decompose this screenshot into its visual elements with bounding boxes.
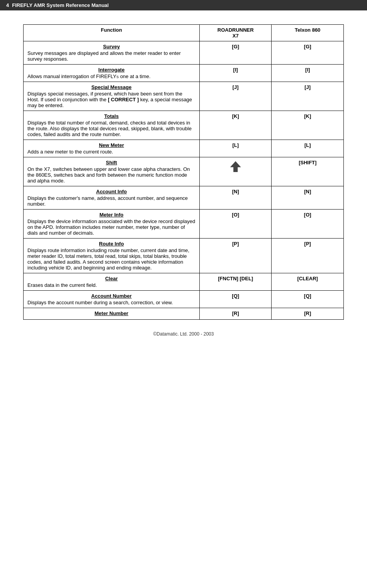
page-title: FIREFLY AMR System Reference Manual bbox=[12, 2, 109, 8]
table-row: Meter Number[R][R] bbox=[24, 308, 344, 320]
x7-key-cell: [Q] bbox=[199, 291, 272, 308]
function-title: Account Info bbox=[27, 189, 195, 194]
telxon-key-cell: [K] bbox=[272, 111, 344, 140]
function-cell: Route InfoDisplays route information inc… bbox=[24, 239, 200, 273]
function-title: Clear bbox=[27, 276, 195, 281]
function-title: Account Number bbox=[27, 293, 195, 299]
function-body: Displays special messages, if present, w… bbox=[27, 91, 192, 108]
col-header-x7: ROADRUNNERX7 bbox=[199, 25, 272, 41]
table-row: ClearErases data in the current field.[F… bbox=[24, 273, 344, 291]
function-title: Route Info bbox=[27, 241, 195, 247]
function-title: Shift bbox=[27, 160, 195, 165]
x7-key-cell: [G] bbox=[199, 41, 272, 65]
x7-key-value: [L] bbox=[232, 142, 239, 148]
page-header: 4 FIREFLY AMR System Reference Manual bbox=[0, 0, 367, 10]
x7-key-value: [K] bbox=[232, 113, 239, 119]
function-table: Function ROADRUNNERX7 Telxon 860 SurveyS… bbox=[23, 24, 344, 320]
function-cell: InterrogateAllows manual interrogation o… bbox=[24, 65, 200, 82]
function-cell: New MeterAdds a new meter to the current… bbox=[24, 140, 200, 157]
function-cell: Meter InfoDisplays the device informatio… bbox=[24, 210, 200, 239]
function-body: Survey messages are displayed and allows… bbox=[27, 50, 181, 62]
function-title: Meter Number bbox=[27, 310, 195, 316]
function-cell: SurveySurvey messages are displayed and … bbox=[24, 41, 200, 65]
telxon-key-value: [P] bbox=[304, 241, 311, 247]
function-title: Special Message bbox=[27, 84, 195, 90]
x7-key-cell: [L] bbox=[199, 140, 272, 157]
function-body: Erases data in the current field. bbox=[27, 282, 97, 288]
table-row: TotalsDisplays the total number of norma… bbox=[24, 111, 344, 140]
telxon-key-value: [SHIFT] bbox=[299, 160, 316, 165]
function-cell: Account InfoDisplays the customer's name… bbox=[24, 186, 200, 210]
shift-icon bbox=[230, 161, 241, 172]
telxon-key-value: [O] bbox=[304, 212, 311, 218]
telxon-key-cell: [P] bbox=[272, 239, 344, 273]
telxon-key-cell: [I] bbox=[272, 65, 344, 82]
x7-key-value: [N] bbox=[232, 189, 239, 194]
page-content: Function ROADRUNNERX7 Telxon 860 SurveyS… bbox=[0, 10, 367, 360]
x7-key-value: [Q] bbox=[232, 293, 239, 299]
telxon-key-value: [R] bbox=[304, 310, 311, 316]
x7-key-value: [R] bbox=[232, 310, 239, 316]
function-title: Interrogate bbox=[27, 67, 195, 73]
page-footer: ©Datamatic. Ltd. 2000 - 2003 bbox=[23, 331, 344, 344]
chapter-number: 4 bbox=[6, 2, 9, 8]
function-title: New Meter bbox=[27, 142, 195, 148]
x7-key-value: [G] bbox=[232, 44, 239, 49]
function-body: Allows manual interrogation of FIREFLYs … bbox=[27, 73, 151, 79]
telxon-key-cell: [O] bbox=[272, 210, 344, 239]
table-row: InterrogateAllows manual interrogation o… bbox=[24, 65, 344, 82]
function-cell: ShiftOn the X7, switches between upper a… bbox=[24, 157, 200, 186]
x7-key-value: [I] bbox=[233, 67, 238, 73]
copyright-text: ©Datamatic. Ltd. 2000 - 2003 bbox=[153, 331, 214, 337]
table-row: ShiftOn the X7, switches between upper a… bbox=[24, 157, 344, 186]
x7-key-cell: [P] bbox=[199, 239, 272, 273]
function-body: Displays the account number during a sea… bbox=[27, 300, 173, 305]
telxon-key-value: [L] bbox=[304, 142, 311, 148]
function-title: Meter Info bbox=[27, 212, 195, 218]
table-row: Account NumberDisplays the account numbe… bbox=[24, 291, 344, 308]
telxon-key-cell: [N] bbox=[272, 186, 344, 210]
telxon-key-cell: [Q] bbox=[272, 291, 344, 308]
telxon-key-cell: [SHIFT] bbox=[272, 157, 344, 186]
function-cell: ClearErases data in the current field. bbox=[24, 273, 200, 291]
telxon-key-cell: [G] bbox=[272, 41, 344, 65]
telxon-key-value: [J] bbox=[304, 84, 311, 90]
function-cell: Account NumberDisplays the account numbe… bbox=[24, 291, 200, 308]
function-body: Adds a new meter to the current route. bbox=[27, 149, 113, 155]
function-cell: Meter Number bbox=[24, 308, 200, 320]
x7-key-cell: [N] bbox=[199, 186, 272, 210]
x7-key-cell: [FNCTN] [DEL] bbox=[199, 273, 272, 291]
function-body: Displays the customer's name, address, a… bbox=[27, 195, 188, 207]
telxon-key-cell: [L] bbox=[272, 140, 344, 157]
telxon-key-value: [I] bbox=[305, 67, 310, 73]
col-header-function: Function bbox=[24, 25, 200, 41]
table-row: Special MessageDisplays special messages… bbox=[24, 82, 344, 111]
table-row: New MeterAdds a new meter to the current… bbox=[24, 140, 344, 157]
function-body: Displays the total number of normal, dem… bbox=[27, 120, 192, 137]
table-row: SurveySurvey messages are displayed and … bbox=[24, 41, 344, 65]
x7-key-value: [P] bbox=[232, 241, 239, 247]
x7-key-value: [J] bbox=[233, 84, 239, 90]
table-row: Account InfoDisplays the customer's name… bbox=[24, 186, 344, 210]
x7-key-value: [FNCTN] [DEL] bbox=[218, 276, 253, 281]
function-body: On the X7, switches between upper and lo… bbox=[27, 166, 190, 184]
table-row: Route InfoDisplays route information inc… bbox=[24, 239, 344, 273]
function-cell: Special MessageDisplays special messages… bbox=[24, 82, 200, 111]
x7-key-cell: [O] bbox=[199, 210, 272, 239]
x7-key-cell: [I] bbox=[199, 65, 272, 82]
telxon-key-value: [Q] bbox=[304, 293, 311, 299]
telxon-key-cell: [R] bbox=[272, 308, 344, 320]
telxon-key-cell: [J] bbox=[272, 82, 344, 111]
x7-key-cell: [R] bbox=[199, 308, 272, 320]
function-body: Displays route information including rou… bbox=[27, 247, 189, 271]
col-header-telxon: Telxon 860 bbox=[272, 25, 344, 41]
telxon-key-value: [N] bbox=[304, 189, 311, 194]
table-row: Meter InfoDisplays the device informatio… bbox=[24, 210, 344, 239]
telxon-key-cell: [CLEAR] bbox=[272, 273, 344, 291]
function-body: Displays the device information associat… bbox=[27, 218, 195, 236]
telxon-key-value: [CLEAR] bbox=[297, 276, 318, 281]
function-title: Totals bbox=[27, 113, 195, 119]
x7-key-cell: [J] bbox=[199, 82, 272, 111]
telxon-key-value: [K] bbox=[304, 113, 311, 119]
function-cell: TotalsDisplays the total number of norma… bbox=[24, 111, 200, 140]
